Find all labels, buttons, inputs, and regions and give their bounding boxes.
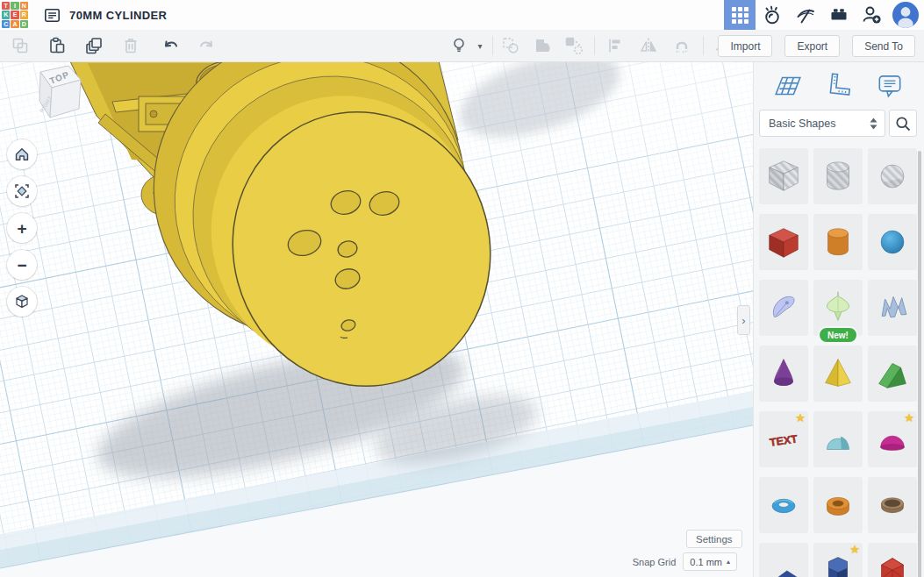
zoom-in-button[interactable]: + [7,213,37,243]
shape-tile-tube[interactable] [813,477,863,533]
mirror-button[interactable] [635,34,662,57]
shape-tile-squiggle[interactable] [868,280,917,336]
group-button[interactable] [498,34,524,57]
export-button[interactable]: Export [784,35,840,57]
shape-tile-text[interactable]: ★ TEXT [759,411,808,467]
logo-tile: A [11,20,18,28]
shape-tile-sphere[interactable] [868,214,917,270]
ortho-cube-icon [13,293,31,310]
shape-tile-torus[interactable] [759,477,808,533]
shape-tile-ring[interactable] [868,477,917,533]
notes-icon [875,71,905,101]
home-view-button[interactable] [7,139,37,169]
3d-design-workspace-button[interactable] [724,0,756,30]
tinkercad-app: T I N K E R C A D 70MM CYLINDER [0,0,924,577]
scribble-shape-icon [763,288,804,328]
panel-scrollbar[interactable] [918,151,921,577]
notes-button[interactable] [874,70,906,102]
cylinder-shape-icon [818,222,858,262]
bricks-mode-button[interactable] [822,0,856,30]
workplane-helper-button[interactable] [772,70,804,102]
workplane-grid-icon [773,71,803,101]
shape-tile-icosahedron[interactable] [868,543,917,577]
logo-tile: K [2,11,10,18]
shape-tile-box[interactable] [759,214,808,270]
magnet-snap-button[interactable] [669,34,695,57]
shape-tile-round-roof[interactable] [813,411,863,467]
shape-tile-hex-prism[interactable]: ★ [813,543,863,577]
search-shapes-button[interactable] [889,110,917,137]
roof-shape-icon [872,353,913,394]
pyramid-shape-icon [818,353,858,394]
ungroup-all-button[interactable] [561,34,587,57]
snap-grid-row: Snap Grid 0.1 mm ▴ [0,552,737,571]
shape-tile-cone[interactable] [759,345,808,402]
person-add-icon [862,4,883,25]
send-to-button[interactable]: Send To [852,35,915,57]
divider [594,36,595,55]
shape-tile-spinner-top[interactable]: New! [813,280,863,336]
sphere-hole-shape-icon [872,156,913,196]
favorite-star-icon: ★ [795,411,806,425]
ungroup-button[interactable] [529,34,555,57]
shape-tile-roof[interactable] [868,345,917,402]
settings-button[interactable]: Settings [686,530,742,548]
tinkercad-logo[interactable]: T I N K E R C A D [0,0,30,30]
shape-tiles-grid: New! [754,137,919,577]
delete-button[interactable] [118,34,144,57]
logo-tile: I [11,2,18,10]
shape-tile-half-sphere[interactable]: ★ [868,411,917,467]
round-roof-shape-icon [818,419,858,459]
shape-tile-pyramid[interactable] [813,345,863,402]
show-all-dropdown[interactable]: ▾ [472,34,488,57]
shape-tile-sphere-hole[interactable] [868,148,917,204]
design-title[interactable]: 70MM CYLINDER [69,9,167,22]
invite-collaborator-button[interactable] [856,0,889,30]
logo-tile: T [2,2,10,10]
shape-tile-cylinder[interactable] [813,214,863,270]
plus-icon: + [17,220,26,237]
perspective-toggle-button[interactable] [7,287,37,317]
show-all-button[interactable] [446,34,472,57]
import-button[interactable]: Import [718,35,772,57]
blocks-mode-button[interactable] [789,0,822,30]
viewport-3d[interactable]: TOP RIGHT [0,61,753,577]
shape-tile-wedge[interactable] [759,543,808,577]
copy-button[interactable] [7,34,33,57]
panel-collapse-handle[interactable]: › [737,305,750,335]
wedge-shape-icon [763,551,804,577]
panel-tools [754,61,924,109]
text-shape-icon: TEXT [763,419,804,459]
box-hole-shape-icon [763,156,804,196]
shape-category-select[interactable]: Basic Shapes [759,110,885,137]
model-70mm-cylinder[interactable] [0,61,753,577]
undo-button[interactable] [158,34,184,57]
design-properties-icon[interactable] [44,7,61,24]
gravity-ball-icon [762,4,783,25]
logo-tile: D [20,20,28,28]
sphere-shape-icon [872,222,913,262]
favorite-star-icon: ★ [849,543,860,557]
shape-tile-cylinder-hole[interactable] [813,148,863,204]
snap-grid-label: Snap Grid [633,557,677,567]
sim-lab-button[interactable] [756,0,789,30]
caret-up-icon: ▴ [727,558,730,566]
duplicate-button[interactable] [81,34,107,57]
view-cube[interactable]: TOP RIGHT [9,61,88,135]
user-avatar[interactable] [892,2,919,28]
redo-button[interactable] [193,34,219,57]
torus-shape-icon [763,485,804,525]
fit-view-button[interactable] [7,176,37,206]
half-sphere-shape-icon [872,419,913,459]
shape-tile-box-hole[interactable] [759,148,808,204]
search-icon [894,115,912,132]
paste-button[interactable] [44,34,70,57]
align-button[interactable] [602,34,628,57]
zoom-out-button[interactable]: − [7,250,37,280]
ruler-helper-button[interactable] [823,70,855,102]
fit-view-icon [13,182,31,200]
ruler-icon [824,71,854,101]
shape-tile-scribble[interactable] [759,280,808,336]
grid-3x3-icon [732,7,749,24]
snap-grid-select[interactable]: 0.1 mm ▴ [683,552,737,571]
